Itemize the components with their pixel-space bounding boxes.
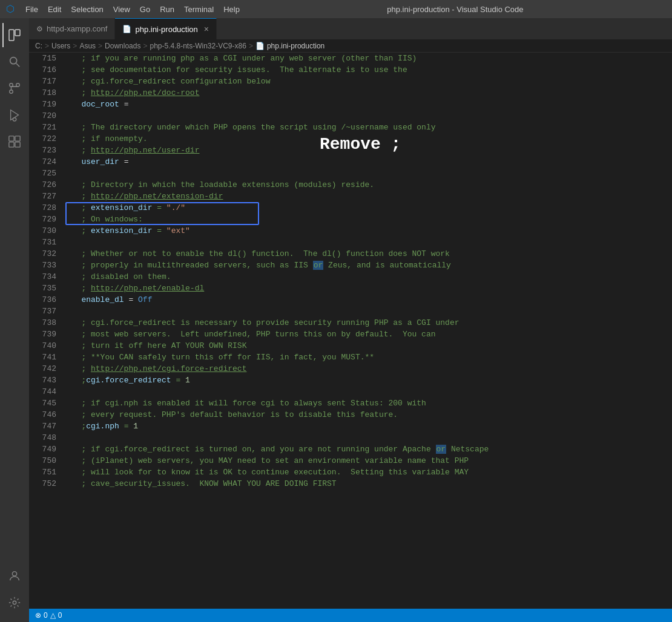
code-line-751: ; will look for to know it is OK to cont… <box>62 466 672 478</box>
code-editor[interactable]: Remove ; 715 716 717 718 719 720 721 722… <box>29 53 672 609</box>
line-num-744: 744 <box>29 386 56 398</box>
menu-run[interactable]: Run <box>155 5 179 14</box>
menu-go[interactable]: Go <box>135 5 155 14</box>
breadcrumb-file[interactable]: 📄 php.ini-production <box>255 42 324 50</box>
line-num-739: 739 <box>29 329 56 340</box>
line-num-715: 715 <box>29 53 56 64</box>
breadcrumb-users[interactable]: Users <box>51 42 70 50</box>
code-line-721: ; The directory under which PHP opens th… <box>62 122 672 133</box>
line-num-738: 738 <box>29 317 56 329</box>
code-line-724: user_dir = <box>62 156 672 168</box>
line-num-721: 721 <box>29 122 56 133</box>
code-line-716: ; see documentation for security issues.… <box>62 64 672 76</box>
line-num-741: 741 <box>29 352 56 363</box>
tab-httpd-icon: ⚙ <box>36 25 43 33</box>
menu-view[interactable]: View <box>108 5 135 14</box>
tab-php-label: php.ini-production <box>135 25 197 34</box>
search-icon[interactable] <box>2 50 27 74</box>
svg-rect-0 <box>9 30 14 41</box>
svg-point-5 <box>10 83 13 87</box>
menu-file[interactable]: File <box>21 5 43 14</box>
menu-terminal[interactable]: Terminal <box>179 5 219 14</box>
line-num-733: 733 <box>29 260 56 271</box>
breadcrumb-asus[interactable]: Asus <box>79 42 96 50</box>
line-num-727: 727 <box>29 191 56 202</box>
line-num-717: 717 <box>29 76 56 87</box>
code-line-722: ; if nonempty. <box>62 133 672 145</box>
tab-httpd-xampp[interactable]: ⚙ httpd-xampp.conf <box>29 18 115 39</box>
line-num-722: 722 <box>29 133 56 145</box>
line-num-735: 735 <box>29 283 56 294</box>
line-num-718: 718 <box>29 87 56 99</box>
code-line-740: ; turn it off here AT YOUR OWN RISK <box>62 340 672 352</box>
menu-edit[interactable]: Edit <box>43 5 66 14</box>
settings-icon[interactable] <box>2 591 27 615</box>
error-number: 0 <box>44 611 48 620</box>
line-num-719: 719 <box>29 99 56 110</box>
tab-php-ini[interactable]: 📄 php.ini-production × <box>115 18 217 39</box>
svg-point-6 <box>16 83 20 87</box>
line-num-746: 746 <box>29 409 56 421</box>
code-line-731 <box>62 237 672 248</box>
code-line-736: enable_dl = Off <box>62 294 672 306</box>
svg-point-9 <box>13 118 16 122</box>
code-line-749: ; if cgi.force_redirect is turned on, an… <box>62 444 672 455</box>
code-line-723: ; http://php.net/user-dir <box>62 145 672 156</box>
line-num-751: 751 <box>29 466 56 478</box>
breadcrumb-downloads[interactable]: Downloads <box>105 42 140 50</box>
code-line-737 <box>62 306 672 317</box>
tab-httpd-label: httpd-xampp.conf <box>47 24 107 33</box>
line-num-731: 731 <box>29 237 56 248</box>
code-line-735: ; http://php.net/enable-dl <box>62 283 672 294</box>
error-icon: ⊗ <box>35 611 41 620</box>
line-num-750: 750 <box>29 455 56 466</box>
line-num-732: 732 <box>29 248 56 260</box>
code-line-720 <box>62 110 672 122</box>
code-content[interactable]: ; if you are running php as a CGI under … <box>62 53 672 609</box>
code-line-725 <box>62 168 672 179</box>
code-line-715: ; if you are running php as a CGI under … <box>62 53 672 64</box>
code-line-741: ; **You CAN safely turn this off for IIS… <box>62 352 672 363</box>
line-num-737: 737 <box>29 306 56 317</box>
line-num-728: 728 <box>29 202 56 214</box>
status-bar: ⊗ 0 △ 0 <box>29 609 672 622</box>
menu-help[interactable]: Help <box>219 5 245 14</box>
code-line-730: ; extension_dir = "ext" <box>62 225 672 237</box>
error-count[interactable]: ⊗ 0 △ 0 <box>35 611 62 620</box>
code-line-729: ; On windows: <box>62 214 672 225</box>
line-num-736: 736 <box>29 294 56 306</box>
breadcrumb-filename: php.ini-production <box>267 42 324 50</box>
vscode-icon: ⬡ <box>6 3 15 15</box>
activity-bar <box>0 18 29 622</box>
line-num-726: 726 <box>29 179 56 191</box>
breadcrumb-c[interactable]: C: <box>35 42 42 50</box>
line-num-745: 745 <box>29 398 56 409</box>
line-num-724: 724 <box>29 156 56 168</box>
code-line-733: ; properly in multithreaded servers, suc… <box>62 260 672 271</box>
line-numbers: 715 716 717 718 719 720 721 722 723 724 … <box>29 53 62 609</box>
code-line-752: ; cave_security_issues. KNOW WHAT YOU AR… <box>62 478 672 489</box>
code-line-745: ; if cgi.nph is enabled it will force cg… <box>62 398 672 409</box>
svg-rect-13 <box>15 142 20 147</box>
line-num-716: 716 <box>29 64 56 76</box>
title-bar: ⬡ File Edit Selection View Go Run Termin… <box>0 0 672 18</box>
breadcrumb: C: > Users > Asus > Downloads > php-5.4.… <box>29 39 672 53</box>
menu-selection[interactable]: Selection <box>66 5 108 14</box>
code-line-718: ; http://php.net/doc-root <box>62 87 672 99</box>
line-num-752: 752 <box>29 478 56 489</box>
code-line-738: ; cgi.force_redirect is necessary to pro… <box>62 317 672 329</box>
line-num-720: 720 <box>29 110 56 122</box>
extensions-icon[interactable] <box>2 129 27 154</box>
line-num-749: 749 <box>29 444 56 455</box>
explorer-icon[interactable] <box>2 23 27 47</box>
account-icon[interactable] <box>2 564 27 588</box>
svg-point-4 <box>10 90 13 94</box>
run-debug-icon[interactable] <box>2 103 27 127</box>
line-num-730: 730 <box>29 225 56 237</box>
tab-close-button[interactable]: × <box>204 24 209 34</box>
source-control-icon[interactable] <box>2 76 27 100</box>
code-line-742: ; http://php.net/cgi.force-redirect <box>62 363 672 375</box>
breadcrumb-php-dir[interactable]: php-5.4.8-nts-Win32-VC9-x86 <box>150 42 246 50</box>
code-line-747: ;cgi.nph = 1 <box>62 421 672 432</box>
line-num-743: 743 <box>29 375 56 386</box>
